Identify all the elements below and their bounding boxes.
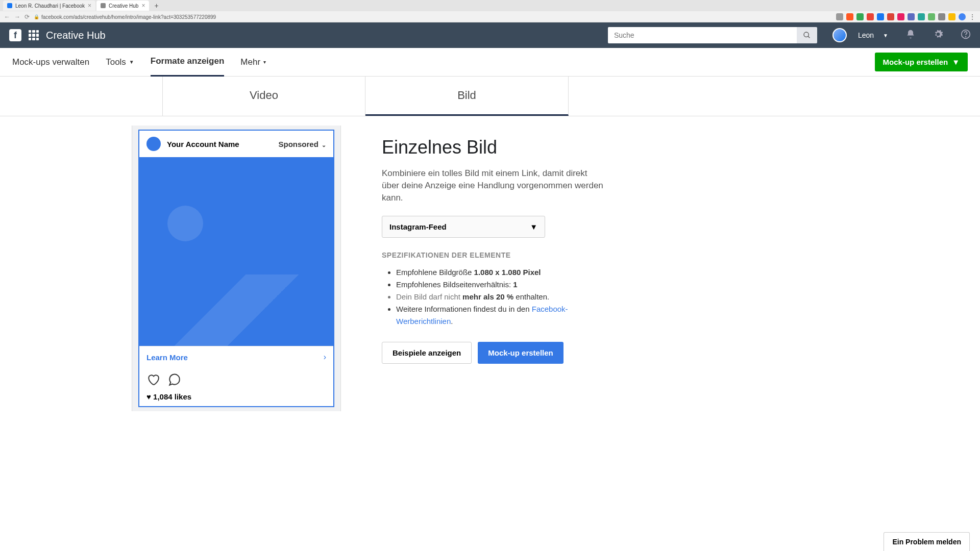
placement-dropdown[interactable]: Instagram-Feed ▼ bbox=[382, 216, 545, 238]
help-icon[interactable] bbox=[961, 29, 971, 42]
format-description: Kombiniere ein tolles Bild mit einem Lin… bbox=[382, 167, 606, 204]
spec-item: Dein Bild darf nicht mehr als 20 % entha… bbox=[396, 291, 606, 303]
create-mockup-button[interactable]: Mock-up erstellen ▼ bbox=[875, 53, 968, 71]
reload-icon[interactable]: ⟳ bbox=[24, 13, 30, 20]
app-title: Creative Hub bbox=[46, 30, 106, 41]
back-icon[interactable]: ← bbox=[4, 13, 10, 20]
nav-show-formats[interactable]: Formate anzeigen bbox=[151, 48, 225, 77]
search-input[interactable] bbox=[608, 27, 797, 43]
extension-icon[interactable] bbox=[897, 13, 904, 20]
menu-icon[interactable]: ⋮ bbox=[969, 13, 976, 21]
page-favicon-icon bbox=[101, 3, 106, 8]
new-tab-button[interactable]: + bbox=[150, 2, 162, 10]
extension-icon[interactable] bbox=[836, 13, 843, 20]
extension-icon[interactable] bbox=[938, 13, 945, 20]
chevron-right-icon: › bbox=[324, 353, 326, 362]
profile-icon[interactable] bbox=[959, 13, 966, 20]
spec-item: Weitere Informationen findest du in den … bbox=[396, 303, 606, 328]
facebook-favicon-icon bbox=[7, 3, 12, 8]
cta-label: Learn More bbox=[146, 353, 188, 362]
extension-icon[interactable] bbox=[908, 13, 915, 20]
extension-icon[interactable] bbox=[887, 13, 894, 20]
instagram-ad-preview: Your Account Name Sponsored ⌄ Learn More… bbox=[138, 130, 334, 407]
preview-account-name: Your Account Name bbox=[167, 140, 239, 148]
tab-label: Creative Hub bbox=[109, 3, 138, 9]
extension-icon[interactable] bbox=[918, 13, 925, 20]
chevron-down-icon: ▼ bbox=[129, 59, 134, 65]
chevron-down-icon[interactable]: ▼ bbox=[883, 33, 888, 38]
likes-count: ♥ 1,084 likes bbox=[139, 392, 333, 406]
nav-manage-mockups[interactable]: Mock-ups verwalten bbox=[12, 48, 89, 77]
nav-tools[interactable]: Tools ▼ bbox=[106, 48, 134, 77]
extension-icon[interactable] bbox=[846, 13, 853, 20]
preview-avatar bbox=[146, 137, 161, 151]
forward-icon[interactable]: → bbox=[14, 13, 20, 20]
format-tab-video[interactable]: Video bbox=[162, 77, 365, 116]
close-icon[interactable]: × bbox=[88, 2, 91, 9]
format-title: Einzelnes Bild bbox=[382, 137, 606, 158]
svg-point-3 bbox=[966, 36, 966, 37]
create-mockup-button[interactable]: Mock-up erstellen bbox=[478, 342, 564, 364]
spec-item: Empfohlene Bildgröße 1.080 x 1.080 Pixel bbox=[396, 266, 606, 279]
nav-more[interactable]: Mehr ▾ bbox=[240, 48, 266, 77]
comment-icon[interactable] bbox=[168, 373, 181, 389]
url-text: facebook.com/ads/creativehub/home/intro/… bbox=[41, 14, 216, 20]
heart-filled-icon: ♥ bbox=[146, 392, 153, 401]
spec-item: Empfohlenes Bildseitenverhältnis: 1 bbox=[396, 279, 606, 291]
preview-image-placeholder bbox=[139, 157, 333, 346]
tab-label: Leon R. Chaudhari | Facebook bbox=[15, 3, 85, 9]
app-grid-icon[interactable] bbox=[29, 30, 39, 40]
preview-cta[interactable]: Learn More › bbox=[139, 346, 333, 368]
spec-list: Empfohlene Bildgröße 1.080 x 1.080 Pixel… bbox=[382, 266, 606, 328]
sponsored-label[interactable]: Sponsored ⌄ bbox=[278, 140, 326, 148]
notifications-icon[interactable] bbox=[905, 29, 916, 42]
extension-icon[interactable] bbox=[877, 13, 884, 20]
extension-icon[interactable] bbox=[856, 13, 864, 20]
extension-icons: ⋮ bbox=[836, 13, 976, 21]
search-button[interactable] bbox=[797, 27, 817, 43]
format-tab-image[interactable]: Bild bbox=[365, 77, 569, 116]
browser-tab[interactable]: Creative Hub × bbox=[96, 1, 149, 11]
detail-panel: Einzelnes Bild Kombiniere ein tolles Bil… bbox=[382, 126, 606, 411]
lock-icon: 🔒 bbox=[34, 14, 39, 19]
settings-icon[interactable] bbox=[933, 29, 943, 42]
preview-panel: Your Account Name Sponsored ⌄ Learn More… bbox=[132, 126, 341, 411]
close-icon[interactable]: × bbox=[141, 2, 145, 9]
facebook-logo-icon[interactable]: f bbox=[9, 29, 21, 41]
search-icon bbox=[803, 31, 811, 39]
extension-icon[interactable] bbox=[867, 13, 874, 20]
extension-icon[interactable] bbox=[948, 13, 955, 20]
browser-tab-bar: Leon R. Chaudhari | Facebook × Creative … bbox=[0, 0, 980, 11]
chevron-down-icon: ⌄ bbox=[322, 142, 326, 148]
svg-line-1 bbox=[808, 36, 810, 38]
avatar[interactable] bbox=[832, 28, 847, 42]
chevron-down-icon: ▼ bbox=[952, 58, 960, 66]
show-examples-button[interactable]: Beispiele anzeigen bbox=[382, 342, 472, 364]
browser-tab[interactable]: Leon R. Chaudhari | Facebook × bbox=[3, 1, 95, 11]
spec-heading: SPEZIFIKATIONEN DER ELEMENTE bbox=[382, 251, 606, 259]
svg-point-0 bbox=[804, 32, 808, 37]
extension-icon[interactable] bbox=[928, 13, 935, 20]
username[interactable]: Leon bbox=[858, 31, 874, 39]
chevron-down-icon: ▼ bbox=[530, 222, 537, 231]
heart-icon[interactable] bbox=[146, 373, 160, 389]
address-bar[interactable]: 🔒 facebook.com/ads/creativehub/home/intr… bbox=[34, 14, 832, 20]
chevron-down-icon: ▾ bbox=[263, 59, 266, 65]
